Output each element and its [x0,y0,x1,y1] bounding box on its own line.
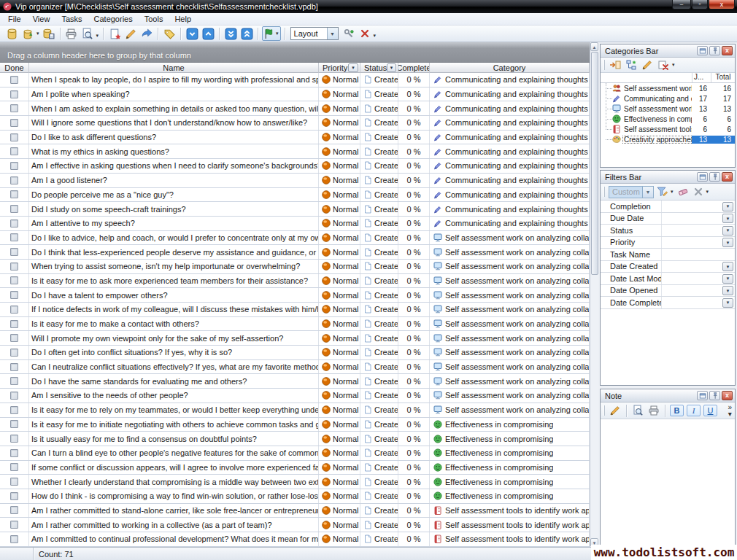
task-done-checkbox[interactable] [10,478,18,486]
categories-close-button[interactable]: x [722,46,733,55]
task-done-checkbox[interactable] [10,162,18,170]
task-row[interactable]: Do I like to advice, help and coach, or … [0,231,590,246]
column-header-status[interactable]: Status ▼ [360,63,398,73]
task-row[interactable]: Do I have the same standards for evaluat… [0,374,590,389]
category-tree-item[interactable]: Communicating and expl 17 17 [601,93,735,104]
task-row[interactable]: Am I committed to continual professional… [0,532,590,547]
category-tree-item[interactable]: Self assessment tools to 6 6 [601,124,735,134]
print-preview-button[interactable] [80,26,95,41]
filter-field-dropdown[interactable]: ▼ [722,238,733,247]
task-done-checkbox[interactable] [10,406,18,414]
task-row[interactable]: Do I think that less-experienced people … [0,245,590,260]
filter-field-row[interactable]: Date Opened ▼ [601,285,735,298]
task-done-checkbox[interactable] [10,334,18,342]
task-row[interactable]: Am I a good listener? Normal Created 0 %… [0,174,590,188]
delete-layout-button[interactable] [358,26,372,41]
move-down-button[interactable] [185,26,199,41]
new-database-button[interactable] [4,26,19,41]
filter-field-row[interactable]: Priority ▼ [601,237,735,249]
task-row[interactable]: Can I neutralize conflict situations eff… [0,360,590,375]
menu-tools[interactable]: Tools [139,13,169,25]
filter-field-dropdown[interactable]: ▼ [722,298,733,308]
note-restore-button[interactable] [697,391,708,400]
filter-field-dropdown[interactable]: ▼ [722,274,733,284]
note-preview-button[interactable] [632,405,644,416]
filter-field-row[interactable]: Due Date ▼ [601,213,735,225]
task-done-checkbox[interactable] [10,463,18,471]
categories-pin-button[interactable] [709,46,720,55]
edit-note-button[interactable] [609,405,621,416]
task-row[interactable]: If I notice defects in work of my collea… [0,303,590,317]
task-row[interactable]: When I speak to lay people, do I aspire … [0,73,590,88]
task-row[interactable]: Do people perceive me as a "nice guy"? N… [0,188,590,203]
task-done-checkbox[interactable] [10,90,18,98]
task-done-checkbox[interactable] [10,276,18,284]
task-row[interactable]: Do I have a talent to empower others? No… [0,288,590,303]
column-header-name[interactable]: Name [29,63,319,73]
task-row[interactable]: Am I rather committed to stand-alone car… [0,504,590,518]
close-button[interactable]: x [709,0,735,9]
task-row[interactable]: Do I often get into conflict situations?… [0,346,590,360]
layout-combobox-arrow[interactable]: ▼ [327,28,338,39]
filter-preset-combobox[interactable]: Custom ▼ [609,186,654,198]
delete-category-button[interactable] [657,59,669,71]
task-row[interactable]: Is it easy for me to rely on my teammate… [0,403,590,418]
filters-restore-button[interactable] [697,172,708,182]
filter-field-dropdown[interactable]: ▼ [722,286,733,295]
task-row[interactable]: Is it easy for me to ask more experience… [0,274,590,289]
tag-button[interactable] [162,26,177,41]
bold-button[interactable]: B [670,405,684,416]
filters-close-button[interactable]: x [722,172,733,182]
filters-pin-button[interactable] [709,172,720,182]
task-done-checkbox[interactable] [10,119,18,127]
menu-help[interactable]: Help [169,13,197,25]
delete-filter-dropdown[interactable]: ▾ [706,189,709,195]
new-category-button[interactable] [609,59,621,71]
move-up-button[interactable] [201,26,215,41]
task-done-checkbox[interactable] [10,262,18,271]
task-done-checkbox[interactable] [10,205,18,213]
vertical-scrollbar[interactable]: ▲ ▼ [590,42,598,547]
delete-filter-button[interactable] [693,187,703,197]
task-row[interactable]: Am I rather committed to working in a co… [0,518,590,532]
print-dropdown[interactable]: ▾ [96,33,99,39]
filter-preset-arrow[interactable]: ▼ [642,187,653,198]
filter-field-dropdown[interactable]: ▼ [722,214,733,223]
task-row[interactable]: Whether I clearly understand that compro… [0,475,590,489]
priority-filter-button[interactable]: ▼ [348,63,358,72]
task-done-checkbox[interactable] [10,104,18,112]
filter-field-row[interactable]: Date Last Modified ▼ [601,273,735,285]
category-tree-item[interactable]: Effectiveness in compro 6 6 [601,114,735,124]
task-done-checkbox[interactable] [10,291,18,299]
menu-file[interactable]: File [2,13,27,25]
task-row[interactable]: Is it easy for me to initiate negotiatin… [0,418,590,432]
filter-flag-dropdown[interactable]: ▾ [276,31,279,36]
task-done-checkbox[interactable] [10,219,18,228]
menu-categories[interactable]: Categories [88,13,139,25]
task-row[interactable]: Am I attentive to my speech? Normal Crea… [0,217,590,231]
italic-button[interactable]: I [687,405,701,416]
underline-button[interactable]: U [703,405,717,416]
filter-field-row[interactable]: Status ▼ [601,225,735,237]
save-database-button[interactable] [42,26,56,41]
menu-view[interactable]: View [27,13,56,25]
column-header-priority[interactable]: Priority ▼ [319,63,360,73]
filter-field-row[interactable]: Date Created ▼ [601,261,735,273]
filter-flag-button[interactable]: ▾ [262,26,281,41]
go-to-button[interactable] [139,26,154,41]
column-header-category[interactable]: Category [430,63,590,73]
scrollbar-thumb[interactable] [591,52,598,275]
minimize-button[interactable]: – [672,0,691,9]
task-row[interactable]: How do I think - is compromising a way t… [0,489,590,504]
task-done-checkbox[interactable] [10,320,18,328]
column-header-done[interactable]: Done [0,63,29,73]
note-content[interactable] [601,419,735,549]
maximize-button[interactable]: ▫ [692,0,708,9]
task-row[interactable]: Am I effective in asking questions when … [0,159,590,174]
toolbar-overflow-button[interactable]: »▾ [728,404,732,417]
scroll-up-button[interactable]: ▲ [590,42,598,51]
task-done-checkbox[interactable] [10,506,18,514]
clear-filter-button[interactable] [677,186,689,198]
edit-category-button[interactable] [641,59,653,71]
task-done-checkbox[interactable] [10,435,18,443]
